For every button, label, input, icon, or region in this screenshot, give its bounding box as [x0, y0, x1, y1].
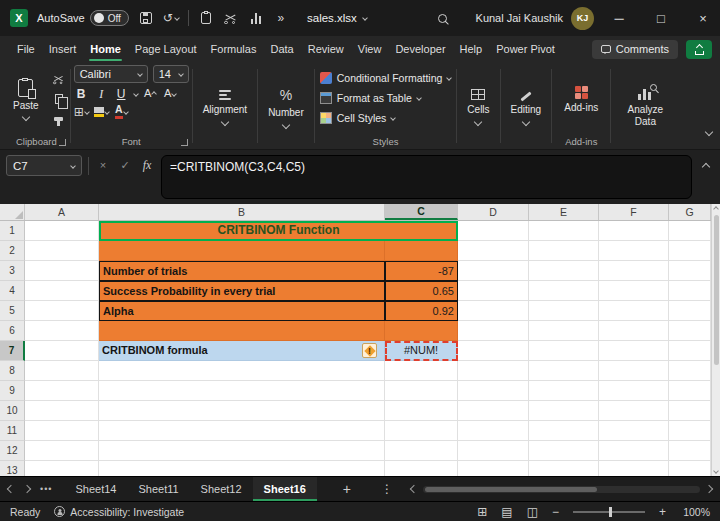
cell-C5[interactable]: 0.92	[385, 301, 458, 321]
select-all-corner[interactable]	[0, 204, 25, 220]
cell-B6[interactable]	[99, 321, 385, 341]
search-icon[interactable]	[435, 9, 451, 27]
cell-B12[interactable]	[99, 441, 385, 461]
zoom-slider[interactable]	[573, 507, 645, 517]
ribbon-tab-file[interactable]: File	[10, 36, 42, 62]
cell-G7[interactable]	[669, 341, 711, 361]
horizontal-scrollbar[interactable]	[411, 486, 712, 493]
cell-C12[interactable]	[385, 441, 458, 461]
cell-E11[interactable]	[529, 421, 599, 441]
cell-F6[interactable]	[599, 321, 669, 341]
cell-G8[interactable]	[669, 361, 711, 381]
cell-D1[interactable]	[458, 221, 529, 241]
cell-G1[interactable]	[669, 221, 711, 241]
row-header-8[interactable]: 8	[0, 361, 25, 381]
cell-B8[interactable]	[99, 361, 385, 381]
normal-view-icon[interactable]: ⊞	[477, 505, 487, 519]
ribbon-tab-developer[interactable]: Developer	[388, 36, 452, 62]
cell-E1[interactable]	[529, 221, 599, 241]
cell-G11[interactable]	[669, 421, 711, 441]
format-as-table-button[interactable]: Format as Table	[318, 89, 454, 106]
cell-C8[interactable]	[385, 361, 458, 381]
cell-F2[interactable]	[599, 241, 669, 261]
ribbon-tab-page-layout[interactable]: Page Layout	[128, 36, 204, 62]
column-header-D[interactable]: D	[458, 204, 529, 220]
cell-D6[interactable]	[458, 321, 529, 341]
cell-F8[interactable]	[599, 361, 669, 381]
cell-A11[interactable]	[25, 421, 99, 441]
ribbon-tab-power-pivot[interactable]: Power Pivot	[489, 36, 562, 62]
scroll-left-icon[interactable]	[410, 485, 418, 493]
insert-function-icon[interactable]: fx	[139, 155, 155, 175]
ribbon-tab-data[interactable]: Data	[263, 36, 300, 62]
cell-F7[interactable]	[599, 341, 669, 361]
column-header-E[interactable]: E	[529, 204, 599, 220]
zoom-in-button[interactable]: +	[659, 505, 666, 519]
cell-G12[interactable]	[669, 441, 711, 461]
cell-D3[interactable]	[458, 261, 529, 281]
font-dialog-launcher[interactable]	[181, 139, 188, 146]
borders-button[interactable]: ⊞	[74, 104, 89, 119]
cell-B9[interactable]	[99, 381, 385, 401]
formula-input[interactable]: =CRITBINOM(C3,C4,C5)	[161, 155, 692, 199]
font-size-select[interactable]: 14	[153, 65, 189, 83]
cell-F5[interactable]	[599, 301, 669, 321]
row-header-1[interactable]: 1	[0, 221, 25, 241]
cell-G13[interactable]	[669, 461, 711, 476]
column-header-A[interactable]: A	[25, 204, 99, 220]
italic-button[interactable]: I	[94, 86, 109, 101]
editing-dropdown-chevron[interactable]	[522, 117, 530, 125]
cell-A6[interactable]	[25, 321, 99, 341]
bold-button[interactable]: B	[74, 86, 89, 101]
cell-B11[interactable]	[99, 421, 385, 441]
comments-button[interactable]: Comments	[592, 40, 678, 59]
cell-D9[interactable]	[458, 381, 529, 401]
minimize-button[interactable]: ─	[602, 0, 636, 36]
cell-D11[interactable]	[458, 421, 529, 441]
sheet-tab-sheet12[interactable]: Sheet12	[190, 477, 253, 501]
new-sheet-button[interactable]: +	[343, 481, 351, 497]
scroll-right-icon[interactable]	[705, 485, 713, 493]
cell-D8[interactable]	[458, 361, 529, 381]
error-warning-icon[interactable]: !	[362, 343, 377, 358]
formula-bar-collapse-chevron[interactable]	[698, 157, 714, 177]
sheet-list-icon[interactable]: •••	[40, 484, 52, 494]
sheet-options-icon[interactable]: ⋮	[381, 482, 393, 496]
row-header-13[interactable]: 13	[0, 461, 25, 476]
document-title-chevron[interactable]	[362, 15, 368, 21]
ribbon-tab-formulas[interactable]: Formulas	[204, 36, 264, 62]
decrease-font-size-button[interactable]: A	[163, 86, 178, 101]
cell-E2[interactable]	[529, 241, 599, 261]
cell-G5[interactable]	[669, 301, 711, 321]
cell-B2[interactable]	[99, 241, 385, 261]
vertical-scrollbar-thumb[interactable]	[714, 215, 719, 365]
cell-G9[interactable]	[669, 381, 711, 401]
cell-A8[interactable]	[25, 361, 99, 381]
horizontal-scrollbar-track[interactable]	[423, 486, 700, 493]
ribbon-tab-review[interactable]: Review	[301, 36, 351, 62]
zoom-out-button[interactable]: −	[552, 505, 559, 519]
undo-icon[interactable]: ↺	[163, 9, 179, 27]
row-header-12[interactable]: 12	[0, 441, 25, 461]
autosave-toggle[interactable]: Off	[90, 10, 129, 26]
sheet-tab-sheet16[interactable]: Sheet16	[253, 477, 317, 501]
maximize-button[interactable]: □	[644, 0, 678, 36]
row-header-6[interactable]: 6	[0, 321, 25, 341]
column-header-C[interactable]: C	[385, 204, 458, 220]
save-icon[interactable]	[138, 9, 154, 27]
editing-button[interactable]: Editing	[504, 67, 549, 147]
cell-D10[interactable]	[458, 401, 529, 421]
cell-B5[interactable]: Alpha	[99, 301, 385, 321]
row-header-3[interactable]: 3	[0, 261, 25, 281]
sheet-tab-sheet11[interactable]: Sheet11	[127, 477, 189, 501]
font-name-select[interactable]: Calibri	[74, 65, 148, 83]
cell-A3[interactable]	[25, 261, 99, 281]
cell-G2[interactable]	[669, 241, 711, 261]
vertical-scrollbar[interactable]	[711, 204, 720, 476]
cell-A4[interactable]	[25, 281, 99, 301]
cell-D5[interactable]	[458, 301, 529, 321]
cells-button[interactable]: Cells	[460, 67, 496, 147]
cell-C10[interactable]	[385, 401, 458, 421]
clipboard-dialog-launcher[interactable]	[59, 139, 66, 146]
cell-C2[interactable]	[385, 241, 458, 261]
